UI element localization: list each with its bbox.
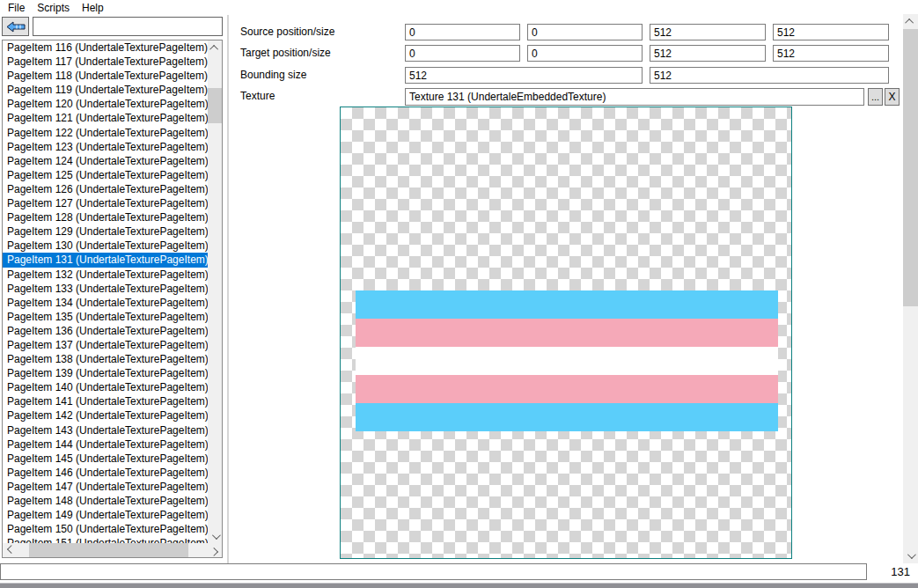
- list-item[interactable]: PageItem 126 (UndertaleTexturePageItem): [3, 182, 208, 196]
- list-item[interactable]: PageItem 133 (UndertaleTexturePageItem): [3, 282, 208, 296]
- chevron-down-icon: [907, 550, 916, 559]
- command-input[interactable]: [0, 563, 867, 580]
- list-item[interactable]: PageItem 147 (UndertaleTexturePageItem): [3, 480, 208, 494]
- list-item[interactable]: PageItem 132 (UndertaleTexturePageItem): [3, 268, 208, 282]
- list-item[interactable]: PageItem 146 (UndertaleTexturePageItem): [3, 466, 208, 480]
- list-item[interactable]: PageItem 150 (UndertaleTexturePageItem): [3, 522, 208, 536]
- list-horizontal-scrollbar[interactable]: [3, 543, 222, 557]
- chevron-left-icon: [6, 545, 15, 554]
- chevron-right-icon: [209, 547, 218, 555]
- pageitem-list-box: PageItem 116 (UndertaleTexturePageItem)P…: [2, 40, 223, 558]
- list-item[interactable]: PageItem 148 (UndertaleTexturePageItem): [3, 494, 208, 508]
- chevron-up-icon: [905, 18, 914, 27]
- list-item[interactable]: PageItem 119 (UndertaleTexturePageItem): [3, 83, 208, 97]
- flag-stripe: [356, 403, 778, 431]
- scroll-right-button[interactable]: [208, 543, 222, 557]
- panel-vertical-scrollbar[interactable]: [903, 14, 918, 563]
- source-position-label: Source position/size: [240, 25, 334, 40]
- list-item[interactable]: PageItem 142 (UndertaleTexturePageItem): [3, 408, 208, 423]
- target-position-label: Target position/size: [240, 46, 331, 61]
- flag-stripe: [356, 347, 778, 375]
- list-item[interactable]: PageItem 138 (UndertaleTexturePageItem): [3, 352, 208, 366]
- object-index-badge: 131: [870, 563, 910, 580]
- bounding-size-label: Bounding size: [240, 68, 306, 83]
- menu-bar: File Scripts Help: [0, 0, 918, 15]
- list-item[interactable]: PageItem 124 (UndertaleTexturePageItem): [3, 154, 208, 168]
- list-item[interactable]: PageItem 149 (UndertaleTexturePageItem): [3, 508, 208, 522]
- source-height-field[interactable]: [773, 24, 889, 40]
- list-item[interactable]: PageItem 140 (UndertaleTexturePageItem): [3, 380, 208, 394]
- list-item[interactable]: PageItem 145 (UndertaleTexturePageItem): [3, 452, 208, 466]
- menu-file[interactable]: File: [2, 1, 31, 15]
- source-x-field[interactable]: [405, 24, 520, 40]
- panel-scroll-down-button[interactable]: [903, 548, 918, 563]
- texture-clear-button[interactable]: X: [885, 88, 900, 106]
- target-height-field[interactable]: [773, 45, 889, 62]
- back-arrow-icon: [6, 21, 26, 33]
- list-item[interactable]: PageItem 135 (UndertaleTexturePageItem): [3, 310, 208, 324]
- scroll-left-button[interactable]: [3, 543, 17, 557]
- list-horizontal-scroll-thumb[interactable]: [29, 543, 188, 557]
- list-item[interactable]: PageItem 137 (UndertaleTexturePageItem): [3, 338, 208, 352]
- list-item[interactable]: PageItem 117 (UndertaleTexturePageItem): [3, 55, 208, 69]
- list-item[interactable]: PageItem 130 (UndertaleTexturePageItem): [3, 239, 208, 253]
- bounding-width-field[interactable]: [405, 67, 643, 84]
- window-bottom-edge: [0, 583, 918, 588]
- list-item[interactable]: PageItem 131 (UndertaleTexturePageItem): [3, 253, 208, 267]
- texture-preview: [340, 107, 792, 559]
- list-item[interactable]: PageItem 144 (UndertaleTexturePageItem): [3, 437, 208, 452]
- list-item[interactable]: PageItem 143 (UndertaleTexturePageItem): [3, 423, 208, 437]
- panel-splitter[interactable]: [227, 15, 229, 563]
- scroll-up-button[interactable]: [208, 40, 222, 55]
- texture-browse-button[interactable]: ...: [868, 88, 883, 106]
- menu-help[interactable]: Help: [76, 1, 110, 15]
- back-button[interactable]: [2, 17, 29, 36]
- texture-reference-field[interactable]: [405, 88, 864, 106]
- list-item[interactable]: PageItem 123 (UndertaleTexturePageItem): [3, 140, 208, 154]
- list-item[interactable]: PageItem 120 (UndertaleTexturePageItem): [3, 97, 208, 111]
- panel-vertical-scroll-thumb[interactable]: [903, 29, 918, 306]
- list-item[interactable]: PageItem 118 (UndertaleTexturePageItem): [3, 69, 208, 83]
- target-x-field[interactable]: [405, 45, 520, 62]
- texture-label: Texture: [240, 89, 275, 104]
- list-item[interactable]: PageItem 151 (UndertaleTexturePageItem): [3, 536, 208, 543]
- pageitem-list: PageItem 116 (UndertaleTexturePageItem)P…: [3, 40, 208, 543]
- list-item[interactable]: PageItem 122 (UndertaleTexturePageItem): [3, 126, 208, 140]
- list-item[interactable]: PageItem 136 (UndertaleTexturePageItem): [3, 324, 208, 338]
- list-item[interactable]: PageItem 141 (UndertaleTexturePageItem): [3, 394, 208, 408]
- list-item[interactable]: PageItem 121 (UndertaleTexturePageItem): [3, 111, 208, 125]
- target-width-field[interactable]: [650, 45, 766, 62]
- menu-scripts[interactable]: Scripts: [31, 1, 76, 15]
- texture-image-flag: [356, 290, 778, 431]
- flag-stripe: [356, 290, 778, 319]
- bounding-height-field[interactable]: [650, 67, 889, 84]
- chevron-up-icon: [209, 44, 218, 53]
- list-item[interactable]: PageItem 116 (UndertaleTexturePageItem): [3, 40, 208, 55]
- list-vertical-scrollbar[interactable]: [208, 40, 222, 543]
- flag-stripe: [356, 375, 778, 403]
- chevron-down-icon: [211, 531, 220, 540]
- target-y-field[interactable]: [527, 45, 643, 62]
- panel-scroll-up-button[interactable]: [903, 14, 918, 29]
- search-input[interactable]: [33, 17, 223, 36]
- list-item[interactable]: PageItem 127 (UndertaleTexturePageItem): [3, 196, 208, 210]
- scroll-down-button[interactable]: [208, 529, 222, 543]
- source-y-field[interactable]: [527, 24, 643, 40]
- list-item[interactable]: PageItem 139 (UndertaleTexturePageItem): [3, 366, 208, 380]
- list-item[interactable]: PageItem 129 (UndertaleTexturePageItem): [3, 224, 208, 239]
- list-item[interactable]: PageItem 128 (UndertaleTexturePageItem): [3, 210, 208, 224]
- source-width-field[interactable]: [650, 24, 766, 40]
- flag-stripe: [356, 319, 778, 347]
- list-vertical-scroll-thumb[interactable]: [208, 88, 222, 123]
- list-item[interactable]: PageItem 134 (UndertaleTexturePageItem): [3, 296, 208, 310]
- list-item[interactable]: PageItem 125 (UndertaleTexturePageItem): [3, 168, 208, 182]
